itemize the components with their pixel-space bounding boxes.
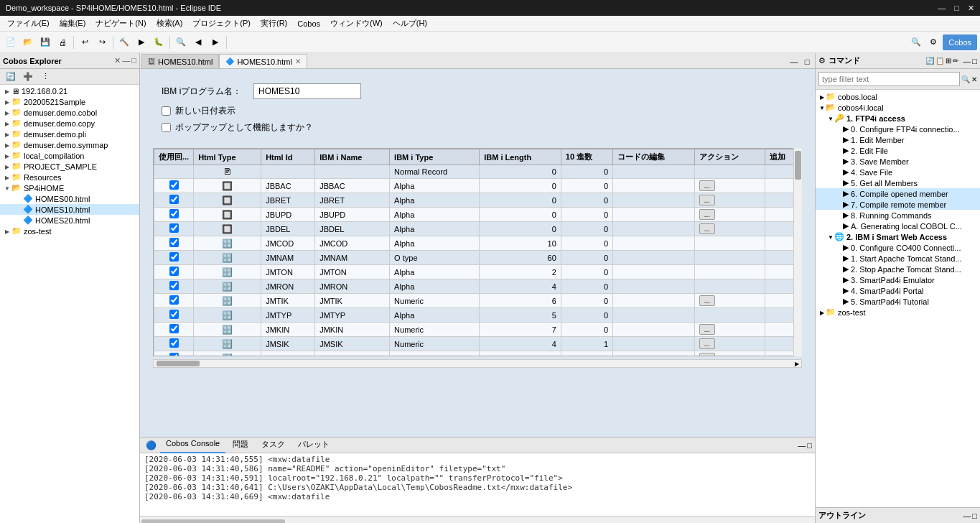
cmd-get-members[interactable]: ▶ 5. Get all Members bbox=[816, 177, 980, 188]
cmd-emulator[interactable]: ▶ 3. SmartPad4i Emulator bbox=[816, 274, 980, 285]
tab-problems[interactable]: 問題 bbox=[227, 438, 254, 453]
tree-item-sp4ihome[interactable]: 📂 SP4iHOME bbox=[0, 182, 139, 193]
command-search-input[interactable] bbox=[818, 72, 960, 86]
cobos-button[interactable]: Cobos bbox=[943, 34, 977, 50]
tab-close-button[interactable]: ✕ bbox=[295, 57, 301, 65]
cmd-save-file[interactable]: ▶ 4. Save File bbox=[816, 167, 980, 177]
tree-item-sample[interactable]: 📁 20200521Sample bbox=[0, 96, 139, 107]
toolbar-settings[interactable]: ⚙ bbox=[925, 34, 941, 50]
tree-item-pli[interactable]: 📁 demuser.demo.pli bbox=[0, 129, 139, 139]
cmd-tutorial[interactable]: ▶ 5. SmartPad4i Tutorial bbox=[816, 296, 980, 307]
clear-search-icon[interactable]: ✕ bbox=[971, 75, 977, 83]
toolbar-run[interactable]: ▶ bbox=[134, 34, 149, 50]
minimize-button[interactable]: — bbox=[938, 4, 946, 13]
tree-item-homes10[interactable]: 🔷 HOMES10.html bbox=[0, 204, 139, 215]
row-checkbox[interactable] bbox=[169, 281, 179, 290]
cmd-save-member[interactable]: ▶ 3. Save Member bbox=[816, 156, 980, 167]
cmd-zos-test[interactable]: 📁 zos-test bbox=[816, 307, 980, 318]
cmd-compile-remote[interactable]: ▶ 7. Compile remote member bbox=[816, 199, 980, 210]
toolbar-redo[interactable]: ↪ bbox=[94, 34, 110, 50]
tree-item-server[interactable]: 🖥 192.168.0.21 bbox=[0, 86, 139, 96]
tab-cobos-console[interactable]: Cobos Console bbox=[160, 438, 225, 453]
row-checkbox[interactable] bbox=[169, 238, 179, 247]
row-checkbox[interactable] bbox=[169, 324, 179, 333]
editor-min-button[interactable]: — bbox=[788, 55, 801, 68]
row-checkbox[interactable] bbox=[169, 267, 179, 276]
cmd-compile-opened[interactable]: ▶ 6. Compile opened member bbox=[816, 188, 980, 199]
checkbox1[interactable] bbox=[162, 106, 171, 116]
toolbar-open[interactable]: 📂 bbox=[20, 34, 36, 50]
console-min[interactable]: — bbox=[798, 441, 806, 450]
table-scrollbar[interactable] bbox=[793, 148, 802, 356]
menu-window[interactable]: ウィンドウ(W) bbox=[326, 17, 387, 30]
row-checkbox[interactable] bbox=[169, 223, 179, 233]
row-checkbox[interactable] bbox=[169, 252, 179, 262]
cmd-stop-tomcat[interactable]: ▶ 2. Stop Apache Tomcat Stand... bbox=[816, 264, 980, 274]
cmd-portal[interactable]: ▶ 4. SmartPad4i Portal bbox=[816, 285, 980, 296]
row-checkbox[interactable] bbox=[169, 338, 179, 348]
horizontal-scrollbar[interactable]: ▶ bbox=[153, 359, 802, 368]
table-scroll-container[interactable]: 使用回... Html Type Html Id IBM i Name IBM … bbox=[153, 148, 802, 356]
scroll-right-btn[interactable]: ▶ bbox=[793, 359, 801, 368]
program-name-input[interactable] bbox=[253, 83, 361, 99]
outline-max[interactable]: □ bbox=[972, 512, 977, 520]
tree-item-symmap[interactable]: 📁 demuser.demo.symmap bbox=[0, 139, 139, 150]
toolbar-new[interactable]: 📄 bbox=[3, 34, 19, 50]
action-button[interactable]: ... bbox=[699, 338, 715, 349]
row-checkbox[interactable] bbox=[169, 295, 179, 305]
explorer-min[interactable]: — bbox=[122, 56, 130, 65]
cmd-running[interactable]: ▶ 8. Running Commands bbox=[816, 210, 980, 221]
row-checkbox[interactable] bbox=[169, 310, 179, 319]
cmd-edit-file[interactable]: ▶ 2. Edit File bbox=[816, 145, 980, 156]
cmd-configure-co400[interactable]: ▶ 0. Configure CO400 Connecti... bbox=[816, 242, 980, 253]
tree-item-resources[interactable]: 📁 Resources bbox=[0, 172, 139, 182]
row-checkbox[interactable] bbox=[169, 180, 179, 190]
cmd-start-tomcat[interactable]: ▶ 1. Start Apache Tomcat Stand... bbox=[816, 253, 980, 264]
cmd-cobos4i-local[interactable]: 📂 cobos4i.local bbox=[816, 102, 980, 113]
menu-search[interactable]: 検索(A) bbox=[152, 17, 187, 30]
tree-item-homes00[interactable]: 🔷 HOMES00.html bbox=[0, 193, 139, 204]
cmd-toolbar-btn3[interactable]: ⊞ bbox=[946, 57, 951, 65]
maximize-button[interactable]: □ bbox=[954, 4, 959, 13]
tree-item-zostest[interactable]: 📁 zos-test bbox=[0, 226, 139, 236]
action-button[interactable]: ... bbox=[699, 295, 715, 306]
console-max[interactable]: □ bbox=[807, 441, 812, 450]
row-checkbox[interactable] bbox=[169, 195, 179, 204]
tree-item-local[interactable]: 📁 local_compilation bbox=[0, 150, 139, 161]
explorer-max[interactable]: □ bbox=[131, 56, 136, 65]
tree-item-project[interactable]: 📁 PROJECT_SAMPLE bbox=[0, 161, 139, 172]
toolbar-undo[interactable]: ↩ bbox=[77, 34, 93, 50]
tree-item-homes20[interactable]: 🔷 HOMES20.html bbox=[0, 215, 139, 226]
action-button[interactable]: ... bbox=[699, 223, 715, 234]
cmd-toolbar-btn1[interactable]: 🔄 bbox=[925, 57, 934, 65]
toolbar-search2[interactable]: 🔍 bbox=[908, 34, 924, 50]
menu-run[interactable]: 実行(R) bbox=[256, 17, 291, 30]
tab-homes10-1[interactable]: 🖼 HOMES10.html bbox=[141, 54, 219, 68]
action-button[interactable]: ... bbox=[699, 353, 715, 356]
cmd-cobos-local[interactable]: 📁 cobos.local bbox=[816, 91, 980, 102]
row-checkbox[interactable] bbox=[169, 209, 179, 218]
toolbar-build[interactable]: 🔨 bbox=[116, 34, 132, 50]
checkbox2[interactable] bbox=[162, 123, 171, 132]
explorer-tb2[interactable]: ➕ bbox=[20, 69, 36, 85]
tab-palette[interactable]: パレット bbox=[292, 438, 335, 453]
cmd-ibmi-web[interactable]: 🌐 2. IBM i Smart Web Access bbox=[816, 231, 980, 242]
cmd-toolbar-btn4[interactable]: ✏ bbox=[953, 57, 958, 65]
close-button[interactable]: ✕ bbox=[968, 4, 974, 13]
explorer-pin[interactable]: ✕ bbox=[114, 56, 121, 65]
tab-homes10-2[interactable]: 🔷 HOMES10.html ✕ bbox=[219, 54, 307, 68]
outline-min[interactable]: — bbox=[963, 512, 971, 520]
commands-min[interactable]: — bbox=[963, 57, 971, 65]
menu-file[interactable]: ファイル(E) bbox=[3, 17, 54, 30]
action-button[interactable]: ... bbox=[699, 324, 715, 335]
cmd-gen-cobol[interactable]: ▶ A. Generating local COBOL C... bbox=[816, 221, 980, 231]
cmd-configure-ftp[interactable]: ▶ 0. Configure FTP4i connectio... bbox=[816, 124, 980, 134]
menu-cobos[interactable]: Cobos bbox=[293, 18, 325, 29]
toolbar-save[interactable]: 💾 bbox=[37, 34, 53, 50]
menu-project[interactable]: プロジェクト(P) bbox=[188, 17, 255, 30]
action-button[interactable]: ... bbox=[699, 195, 715, 205]
tree-item-cobol[interactable]: 📁 demuser.demo.cobol bbox=[0, 107, 139, 118]
cmd-ftp4i[interactable]: 🔑 1. FTP4i access bbox=[816, 113, 980, 124]
toolbar-print[interactable]: 🖨 bbox=[55, 34, 70, 50]
commands-max[interactable]: □ bbox=[972, 57, 977, 65]
